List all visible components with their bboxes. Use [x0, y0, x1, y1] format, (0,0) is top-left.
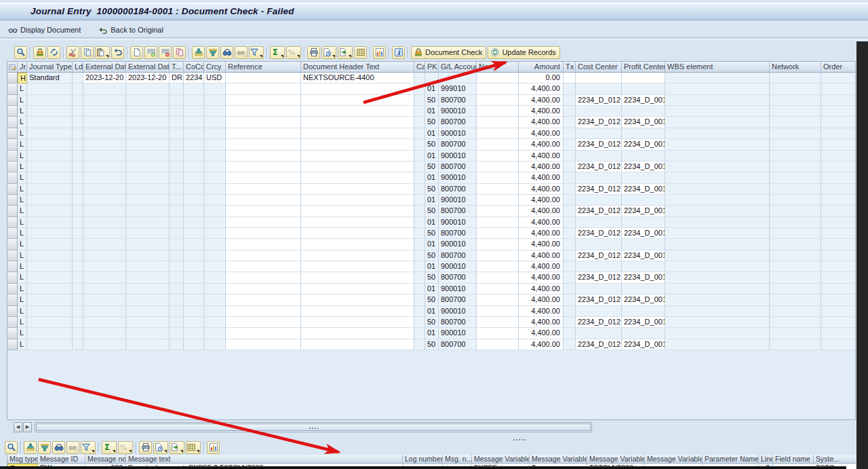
grid-cell[interactable] — [126, 162, 170, 172]
grid-cell[interactable]: 50 — [425, 139, 439, 150]
grid-cell[interactable]: 50 — [425, 95, 439, 106]
grid-cell[interactable] — [204, 317, 226, 328]
grid-cell[interactable] — [83, 306, 126, 317]
export-button[interactable] — [338, 46, 353, 59]
grid-cell[interactable] — [170, 106, 184, 117]
grid-cell[interactable] — [821, 83, 856, 94]
grid-cell[interactable] — [477, 284, 519, 295]
grid-cell[interactable] — [170, 184, 184, 195]
grid-cell[interactable] — [576, 83, 622, 94]
grid-cell[interactable] — [184, 95, 204, 106]
grid-cell[interactable] — [83, 206, 126, 217]
grid-cell[interactable] — [301, 284, 414, 295]
sum-button[interactable]: Σ — [102, 441, 117, 454]
grid-cell[interactable] — [170, 261, 184, 272]
grid-cell[interactable] — [414, 261, 425, 272]
grid-cell[interactable] — [83, 184, 126, 195]
grid-cell[interactable]: 900010 — [439, 284, 477, 295]
grid-cell[interactable]: 900010 — [439, 217, 477, 228]
grid-cell[interactable] — [126, 139, 170, 150]
message-column-header[interactable]: Log number — [403, 455, 443, 464]
find-button[interactable] — [220, 46, 233, 59]
grid-cell[interactable]: 4,400.00 — [519, 217, 564, 228]
grid-cell[interactable] — [170, 139, 184, 150]
grid-cell[interactable] — [126, 217, 170, 228]
grid-cell[interactable] — [73, 206, 83, 217]
grid-cell[interactable] — [184, 261, 204, 272]
grid-cell[interactable] — [414, 83, 425, 94]
grid-cell[interactable] — [301, 295, 414, 305]
grid-cell[interactable] — [126, 272, 170, 283]
back-to-original-button[interactable]: Back to Original — [98, 25, 163, 35]
grid-cell[interactable]: 01 — [425, 239, 439, 250]
grid-cell[interactable] — [83, 139, 126, 150]
grid-cell[interactable] — [27, 295, 73, 305]
grid-cell[interactable] — [301, 172, 414, 183]
paste-button[interactable] — [95, 46, 110, 59]
grid-cell[interactable] — [184, 151, 204, 162]
grid-cell[interactable]: 50 — [425, 295, 439, 305]
grid-cell[interactable]: 4,400.00 — [519, 83, 564, 94]
row-select-button[interactable] — [7, 228, 18, 239]
grid-cell[interactable] — [204, 128, 226, 139]
grid-cell[interactable] — [126, 172, 170, 183]
grid-cell[interactable] — [770, 250, 821, 261]
grid-cell[interactable]: 50 — [425, 184, 439, 195]
grid-cell[interactable] — [83, 151, 126, 162]
grid-cell[interactable]: L — [18, 206, 27, 217]
grid-cell[interactable]: 50 — [425, 272, 439, 283]
grid-cell[interactable] — [170, 172, 184, 183]
grid-cell[interactable] — [576, 128, 622, 139]
grid-cell[interactable] — [301, 228, 414, 239]
grid-cell[interactable]: 900010 — [439, 106, 477, 117]
scroll-right-icon[interactable]: ▶ — [23, 422, 32, 432]
grid-cell[interactable]: 900010 — [439, 306, 477, 317]
grid-cell[interactable] — [27, 261, 73, 272]
grid-cell[interactable] — [27, 284, 73, 295]
grid-cell[interactable]: 2234_D_001 — [622, 295, 665, 305]
grid-cell[interactable] — [821, 195, 856, 206]
grid-cell[interactable] — [184, 206, 204, 217]
grid-cell[interactable]: 4,400.00 — [519, 206, 564, 217]
grid-cell[interactable]: 2234_D_001 — [622, 339, 665, 350]
grid-cell[interactable] — [477, 151, 519, 162]
grid-cell[interactable] — [204, 195, 226, 206]
row-select-button[interactable] — [7, 117, 18, 128]
grid-cell[interactable] — [184, 184, 204, 195]
grid-cell[interactable]: 4,400.00 — [519, 339, 564, 350]
row-select-button[interactable] — [7, 95, 18, 106]
grid-cell[interactable] — [83, 295, 126, 305]
grid-cell[interactable] — [821, 106, 856, 117]
grid-cell[interactable] — [301, 83, 414, 94]
grid-cell[interactable]: 2023-12-20 — [83, 73, 126, 83]
grid-cell[interactable]: 01 — [425, 217, 439, 228]
grid-cell[interactable] — [564, 228, 576, 239]
grid-cell[interactable] — [301, 339, 414, 350]
grid-cell[interactable] — [477, 117, 519, 128]
grid-cell[interactable] — [27, 162, 73, 172]
grid-cell[interactable] — [821, 306, 856, 317]
grid-cell[interactable] — [126, 206, 170, 217]
grid-cell[interactable] — [226, 272, 301, 283]
grid-cell[interactable]: 4,400.00 — [519, 284, 564, 295]
grid-cell[interactable] — [73, 317, 83, 328]
message-column-header[interactable]: Message no — [85, 455, 126, 464]
grid-cell[interactable]: 50 — [425, 228, 439, 239]
graphic-button[interactable] — [207, 441, 220, 454]
grid-cell[interactable] — [564, 151, 576, 162]
grid-cell[interactable] — [204, 151, 226, 162]
column-header[interactable]: Tx — [564, 62, 576, 73]
grid-cell[interactable] — [170, 317, 184, 328]
grid-cell[interactable] — [564, 328, 576, 339]
grid-cell[interactable]: 4,400.00 — [519, 306, 564, 317]
find-button[interactable] — [52, 441, 65, 454]
grid-cell[interactable] — [204, 250, 226, 261]
grid-cell[interactable]: 800700 — [439, 272, 477, 283]
grid-cell[interactable]: 800700 — [439, 317, 477, 328]
grid-cell[interactable] — [821, 239, 856, 250]
grid-cell[interactable] — [414, 272, 425, 283]
grid-cell[interactable] — [564, 73, 576, 83]
row-select-button[interactable] — [7, 339, 18, 350]
grid-cell[interactable] — [564, 184, 576, 195]
grid-cell[interactable] — [204, 272, 226, 283]
